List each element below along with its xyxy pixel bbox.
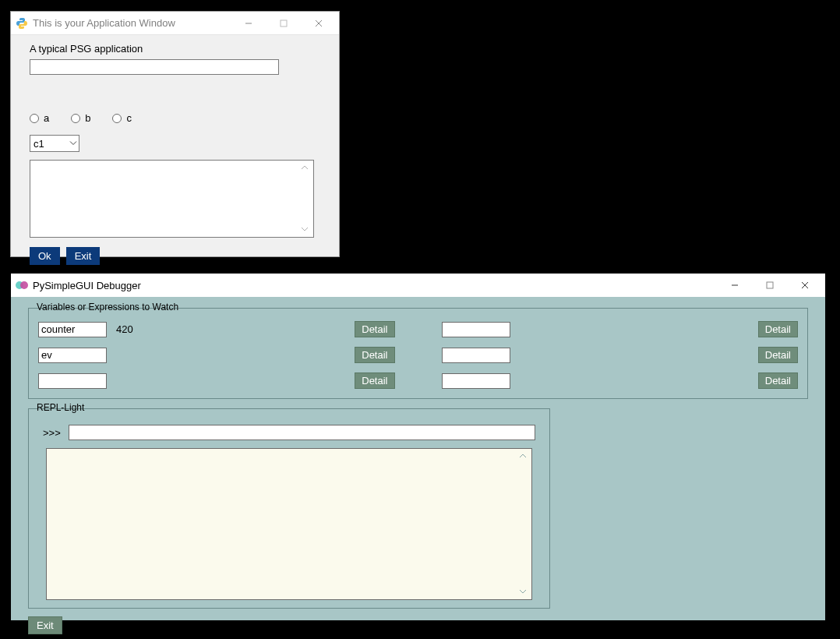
watch-expr-input[interactable] [442,373,510,389]
multiline-input[interactable] [30,160,314,238]
radio-a-label: a [44,112,49,124]
detail-button[interactable]: Detail [355,321,394,337]
ok-button[interactable]: Ok [30,247,60,265]
close-button[interactable] [301,12,336,34]
repl-frame: REPL-Light >>> [28,408,550,609]
detail-button[interactable]: Detail [758,321,798,337]
radio-b-label: b [85,112,90,124]
watch-row: Detail [442,321,799,337]
watch-col-left: 420 Detail Detail Detail [38,321,395,389]
radio-dot-icon [112,114,122,123]
minimize-button[interactable] [231,12,266,34]
repl-frame-legend: REPL-Light [34,402,87,413]
radio-c-label: c [126,112,132,124]
text-input[interactable] [30,59,279,75]
radio-dot-icon [71,114,80,123]
watch-frame: Variables or Expressions to Watch 420 De… [28,308,808,399]
repl-prompt: >>> [43,427,61,439]
svg-rect-1 [281,20,287,26]
scroll-down-icon [518,586,531,598]
radio-group: a b c [30,112,320,124]
detail-button[interactable]: Detail [758,347,798,363]
debugger-window: PySimpleGUI Debugger Variables or Expres… [11,274,825,620]
app-window-titlebar[interactable]: This is your Application Window [11,12,339,35]
radio-dot-icon [30,114,39,123]
watch-row: Detail [442,347,799,363]
radio-c[interactable]: c [112,112,132,124]
chevron-down-icon [69,138,77,150]
python-icon [16,17,28,30]
scroll-up-icon [300,162,312,174]
repl-prompt-row: >>> [38,422,540,443]
watch-expr-input[interactable] [38,348,107,363]
button-row: Ok Exit [30,247,320,265]
detail-button[interactable]: Detail [355,347,394,363]
repl-input[interactable] [69,425,535,440]
app-window: This is your Application Window A typica… [10,11,340,257]
radio-b[interactable]: b [71,112,90,124]
scroll-up-icon [518,450,531,462]
debugger-window-body: Variables or Expressions to Watch 420 De… [11,297,825,639]
radio-a[interactable]: a [30,112,49,124]
psg-icon [16,279,28,291]
exit-button[interactable]: Exit [66,247,101,265]
combo-selected-value: c1 [34,138,44,150]
svg-point-5 [20,281,28,289]
combo-select[interactable]: c1 [30,135,79,152]
watch-grid: 420 Detail Detail Detail [38,321,798,389]
watch-row: Detail [38,372,395,389]
minimize-button[interactable] [717,274,752,296]
scroll-down-icon [300,224,312,235]
repl-output[interactable] [46,448,532,600]
watch-row: 420 Detail [38,321,395,337]
watch-expr-input[interactable] [38,373,107,389]
detail-button[interactable]: Detail [355,372,394,389]
watch-expr-input[interactable] [442,348,510,363]
svg-rect-7 [767,282,773,288]
debugger-window-titlebar[interactable]: PySimpleGUI Debugger [11,274,825,297]
watch-value: 420 [116,323,345,335]
watch-row: Detail [38,347,395,363]
close-button[interactable] [787,274,822,296]
watch-col-right: Detail Detail Detail [442,321,799,389]
scrollbar[interactable] [518,450,531,598]
watch-frame-legend: Variables or Expressions to Watch [34,302,182,312]
exit-button[interactable]: Exit [28,616,62,634]
watch-expr-input[interactable] [442,322,510,337]
app-window-title: This is your Application Window [33,17,231,29]
debugger-window-title: PySimpleGUI Debugger [33,280,717,291]
watch-row: Detail [442,372,799,389]
app-window-body: A typical PSG application a b c c1 [11,35,339,276]
watch-expr-input[interactable] [38,322,107,337]
detail-button[interactable]: Detail [758,372,798,389]
app-heading: A typical PSG application [30,43,320,55]
maximize-button[interactable] [266,12,301,34]
maximize-button[interactable] [752,274,787,296]
scrollbar[interactable] [300,162,312,235]
